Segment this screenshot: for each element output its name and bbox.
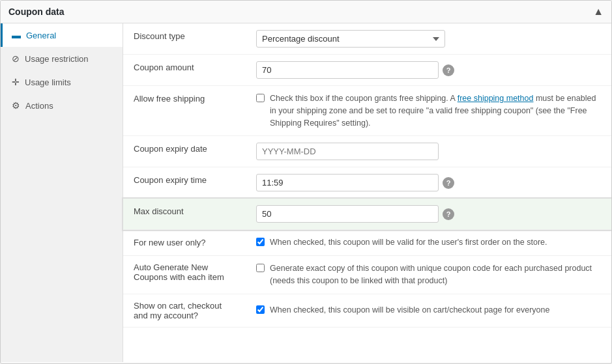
new-user-checkbox[interactable] xyxy=(256,238,265,246)
sidebar-item-label: Usage limits xyxy=(25,77,71,87)
discount-type-label: Discount type xyxy=(123,23,254,55)
expiry-time-input[interactable] xyxy=(256,174,439,191)
free-shipping-description: Check this box if the coupon grants free… xyxy=(270,92,601,129)
panel-title: Coupon data xyxy=(8,7,65,17)
sidebar-item-usage-limits[interactable]: ✛ Usage limits xyxy=(1,70,123,94)
auto-generate-checkbox-row: Generate exact copy of this coupon with … xyxy=(256,262,601,287)
free-shipping-checkbox[interactable] xyxy=(256,94,265,102)
show-on-cart-row: Show on cart, checkoutand my account? Wh… xyxy=(123,294,611,327)
free-shipping-link[interactable]: free shipping method xyxy=(458,94,534,103)
free-shipping-row: Allow free shipping Check this box if th… xyxy=(123,86,611,136)
sidebar-item-actions[interactable]: ⚙ Actions xyxy=(1,94,123,117)
limits-icon: ✛ xyxy=(12,77,20,87)
free-shipping-checkbox-row: Check this box if the coupon grants free… xyxy=(256,92,601,129)
actions-icon: ⚙ xyxy=(12,100,20,111)
coupon-panel: Coupon data ▲ ▬ General ⊘ Usage restrict… xyxy=(0,0,612,364)
auto-generate-row: Auto Generate NewCoupons with each item … xyxy=(123,256,611,294)
expiry-time-field-row: ? xyxy=(256,174,601,191)
expiry-date-input[interactable] xyxy=(256,143,439,160)
auto-generate-checkbox[interactable] xyxy=(256,264,265,272)
panel-body: ▬ General ⊘ Usage restriction ✛ Usage li… xyxy=(1,23,611,362)
sidebar: ▬ General ⊘ Usage restriction ✛ Usage li… xyxy=(1,23,123,362)
coupon-amount-row: Coupon amount ? xyxy=(123,55,611,86)
max-discount-label: Max discount xyxy=(123,199,254,230)
main-content: Discount type Percentage discount Fixed … xyxy=(123,23,611,362)
discount-type-row: Discount type Percentage discount Fixed … xyxy=(123,23,611,55)
max-discount-help-icon[interactable]: ? xyxy=(443,208,454,220)
coupon-amount-field-row: ? xyxy=(256,61,601,79)
coupon-amount-label: Coupon amount xyxy=(123,55,254,86)
free-shipping-label: Allow free shipping xyxy=(123,86,254,136)
expiry-time-label: Coupon expiry time xyxy=(123,167,254,199)
sidebar-item-usage-restriction[interactable]: ⊘ Usage restriction xyxy=(1,47,123,70)
new-user-description: When checked, this coupon will be valid … xyxy=(270,236,547,249)
collapse-icon[interactable]: ▲ xyxy=(593,6,604,18)
sidebar-item-general[interactable]: ▬ General xyxy=(1,23,123,47)
general-icon: ▬ xyxy=(12,30,21,40)
max-discount-input[interactable] xyxy=(256,205,439,223)
show-on-cart-checkbox[interactable] xyxy=(256,305,265,314)
sidebar-item-label: General xyxy=(26,31,56,40)
expiry-time-row: Coupon expiry time ? xyxy=(123,167,611,199)
panel-header: Coupon data ▲ xyxy=(1,1,611,23)
coupon-amount-input[interactable] xyxy=(256,61,439,79)
max-discount-row: Max discount ? xyxy=(123,199,611,230)
sidebar-item-label: Actions xyxy=(25,101,53,111)
sidebar-item-label: Usage restriction xyxy=(25,54,89,64)
max-discount-field-row: ? xyxy=(256,205,601,223)
show-on-cart-label: Show on cart, checkoutand my account? xyxy=(123,294,254,327)
show-on-cart-checkbox-row: When checked, this coupon will be visibl… xyxy=(256,304,601,316)
restriction-icon: ⊘ xyxy=(12,53,20,64)
show-on-cart-description: When checked, this coupon will be visibl… xyxy=(270,304,549,316)
new-user-row: For new user only? When checked, this co… xyxy=(123,230,611,256)
new-user-label: For new user only? xyxy=(123,230,254,256)
form-table: Discount type Percentage discount Fixed … xyxy=(123,23,611,328)
new-user-checkbox-row: When checked, this coupon will be valid … xyxy=(256,236,601,249)
auto-generate-label: Auto Generate NewCoupons with each item xyxy=(123,256,254,294)
coupon-amount-help-icon[interactable]: ? xyxy=(443,64,454,76)
expiry-time-help-icon[interactable]: ? xyxy=(443,177,454,189)
discount-type-select[interactable]: Percentage discount Fixed cart discount … xyxy=(256,30,445,48)
expiry-date-label: Coupon expiry date xyxy=(123,136,254,167)
expiry-date-row: Coupon expiry date xyxy=(123,136,611,167)
auto-generate-description: Generate exact copy of this coupon with … xyxy=(270,262,601,287)
